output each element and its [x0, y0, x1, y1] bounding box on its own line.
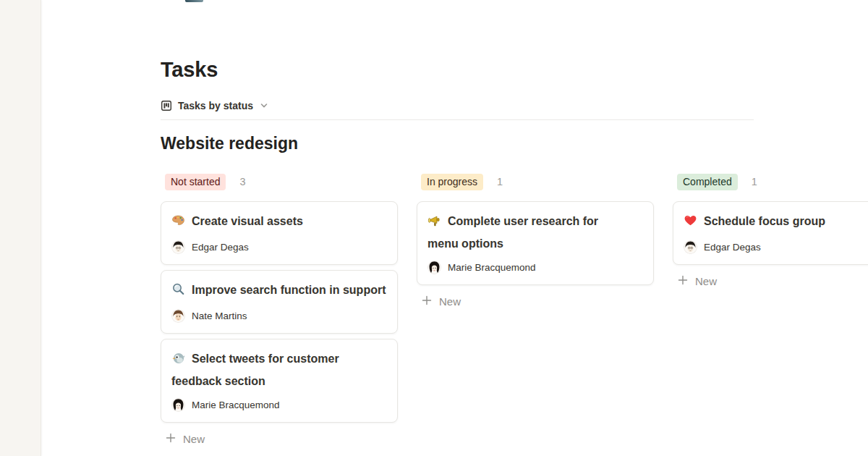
avatar-marie-bracquemond — [427, 261, 441, 274]
assignee-row: Marie Bracquemond — [427, 261, 643, 274]
task-card[interactable]: Create visual assets — [161, 201, 398, 265]
assignee-name: Marie Bracquemond — [192, 400, 280, 410]
status-badge[interactable]: In progress — [421, 174, 483, 190]
column-not-started: Not started 3 Cre — [161, 173, 398, 446]
column-count: 1 — [752, 176, 757, 187]
column-count: 3 — [239, 176, 245, 187]
card-title-row: Complete user research for menu options — [427, 211, 643, 254]
view-tabs-divider — [161, 119, 754, 120]
assignee-name: Marie Bracquemond — [448, 262, 536, 273]
bird-icon — [171, 351, 185, 371]
column-count: 1 — [497, 176, 503, 187]
card-list: Complete user research for menu options — [417, 201, 654, 285]
avatar-edgar-degas — [684, 240, 697, 254]
palette-icon — [171, 214, 185, 234]
task-card[interactable]: Schedule focus group — [673, 201, 868, 265]
kanban-board: Not started 3 Cre — [161, 173, 868, 446]
column-header[interactable]: Completed 1 — [673, 173, 868, 190]
new-label: New — [695, 275, 717, 287]
assignee-name: Edgar Degas — [704, 242, 761, 253]
page-content: Tasks Tasks by status Website redesign N… — [161, 0, 868, 446]
new-label: New — [183, 433, 205, 445]
plus-icon — [421, 295, 433, 308]
task-card[interactable]: Select tweets for customer feedback sect… — [161, 339, 398, 423]
plus-icon — [677, 274, 689, 288]
board-view-icon — [161, 100, 172, 111]
view-switcher-label: Tasks by status — [178, 100, 253, 111]
plus-icon — [165, 432, 176, 446]
card-title: Improve search function in support — [192, 284, 386, 296]
assignee-row: Marie Bracquemond — [171, 398, 387, 412]
assignee-name: Nate Martins — [192, 311, 247, 321]
avatar-edgar-degas — [171, 240, 185, 254]
view-switcher[interactable]: Tasks by status — [161, 100, 269, 111]
column-in-progress: In progress 1 Complete user resear — [417, 173, 654, 308]
left-sidebar — [0, 0, 41, 456]
assignee-row: Edgar Degas — [684, 240, 868, 254]
card-list: Create visual assets — [161, 201, 398, 423]
red-heart-icon — [684, 214, 697, 234]
card-title: Complete user research for menu options — [427, 215, 598, 250]
avatar-marie-bracquemond — [171, 398, 185, 412]
add-new-card-button[interactable]: New — [673, 274, 717, 288]
card-title: Select tweets for customer feedback sect… — [171, 352, 339, 387]
assignee-name: Edgar Degas — [192, 242, 249, 253]
card-title-row: Select tweets for customer feedback sect… — [171, 349, 387, 392]
card-title-row: Create visual assets — [171, 211, 387, 234]
megaphone-icon — [427, 214, 441, 234]
chevron-down-icon[interactable] — [259, 101, 269, 111]
board-title: Website redesign — [161, 134, 868, 153]
magnifying-glass-icon — [171, 282, 185, 303]
column-completed: Completed 1 Schedule focus group — [673, 173, 868, 288]
page-title: Tasks — [161, 58, 868, 82]
add-new-card-button[interactable]: New — [161, 432, 205, 446]
assignee-row: Edgar Degas — [171, 240, 387, 254]
add-new-card-button[interactable]: New — [417, 295, 461, 308]
new-label: New — [439, 295, 461, 308]
card-title-row: Improve search function in support — [171, 280, 387, 303]
card-title-row: Schedule focus group — [684, 211, 868, 234]
status-badge[interactable]: Completed — [677, 174, 738, 190]
card-list: Schedule focus group — [673, 201, 868, 265]
assignee-row: Nate Martins — [171, 309, 387, 323]
column-header[interactable]: Not started 3 — [161, 173, 398, 190]
card-title: Create visual assets — [192, 215, 303, 227]
card-title: Schedule focus group — [704, 215, 825, 227]
column-header[interactable]: In progress 1 — [417, 173, 654, 190]
task-card[interactable]: Complete user research for menu options — [417, 201, 654, 285]
task-card[interactable]: Improve search function in support — [161, 270, 398, 334]
status-badge[interactable]: Not started — [165, 174, 226, 190]
avatar-nate-martins — [171, 309, 185, 323]
